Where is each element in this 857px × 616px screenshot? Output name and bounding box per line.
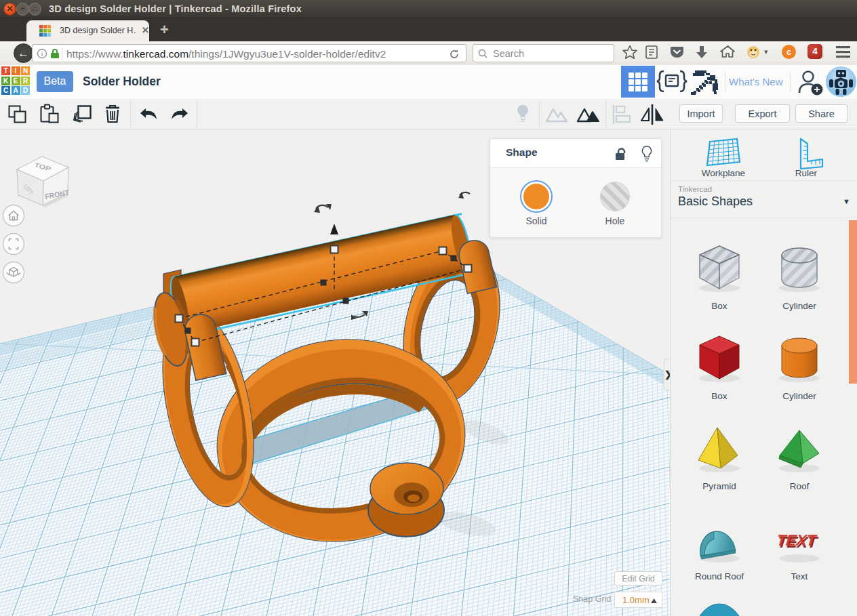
svg-text:i: i [41,50,43,58]
svg-text:c: c [786,47,791,57]
svg-text:TEXT: TEXT [776,531,818,549]
